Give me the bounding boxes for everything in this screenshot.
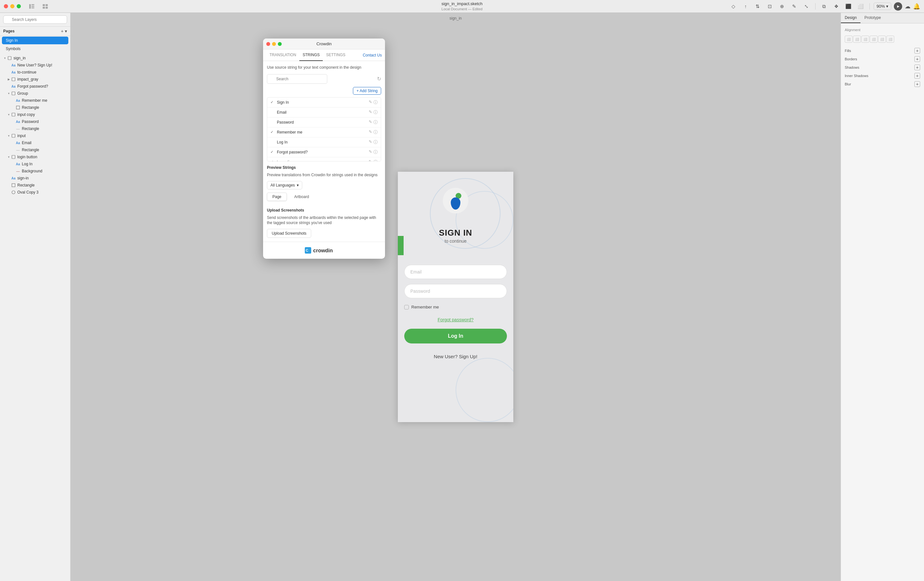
add-fill-button[interactable]: + [914, 48, 920, 54]
layer-sign-in-text[interactable]: Aa sign-in [0, 175, 70, 182]
cloud-icon[interactable]: ☁ [905, 3, 911, 10]
crowdin-refresh-button[interactable]: ↻ [377, 76, 381, 82]
grid-view-button[interactable] [41, 2, 50, 11]
layer-email[interactable]: Aa Email [0, 139, 70, 146]
align-center-h-button[interactable]: ⬜ [853, 36, 861, 43]
crowdin-close-button[interactable] [266, 42, 270, 46]
layer-impact-gray[interactable]: ▶ impact_gray [0, 76, 70, 83]
crowdin-search-input[interactable] [267, 74, 327, 84]
add-shadow-button[interactable]: + [914, 65, 920, 70]
tab-translation[interactable]: TRANSLATION [266, 50, 299, 61]
contact-us-link[interactable]: Contact Us [363, 53, 382, 58]
email-input[interactable]: Email [404, 265, 507, 279]
string-item-sign-in[interactable]: ✓ Sign In ✎ ⓘ [267, 98, 381, 108]
layer-oval-copy-3[interactable]: Oval Copy 3 [0, 189, 70, 196]
page-item-sign-in[interactable]: Sign In [2, 36, 68, 44]
expand-icon[interactable]: ▾ [7, 113, 11, 117]
all-languages-select[interactable]: All Languages ▾ [267, 181, 302, 189]
diamond-icon[interactable]: ◇ [729, 2, 738, 11]
page-item-symbols[interactable]: Symbols [2, 45, 68, 53]
layer-to-continue[interactable]: Aa to-continue [0, 69, 70, 76]
align-bottom-button[interactable]: ⬜ [886, 36, 894, 43]
expand-icon[interactable]: ▶ [7, 77, 11, 81]
tab-strings[interactable]: STRINGS [299, 50, 323, 61]
import-icon[interactable]: ⬜ [856, 2, 866, 11]
edit-icon[interactable]: ✎ [369, 109, 372, 115]
info-icon[interactable]: ⓘ [373, 139, 378, 145]
info-icon[interactable]: ⓘ [373, 109, 378, 115]
tab-settings[interactable]: SETTINGS [323, 50, 348, 61]
layer-remember-me[interactable]: Aa Remember me [0, 97, 70, 104]
tab-design[interactable]: Design [841, 13, 860, 23]
string-item-remember-me[interactable]: ✓ Remember me ✎ ⓘ [267, 127, 381, 137]
upload-icon[interactable]: ↑ [741, 2, 751, 11]
edit-icon[interactable]: ✎ [369, 119, 372, 125]
info-icon[interactable]: ⓘ [373, 149, 378, 155]
add-string-button[interactable]: + Add String [353, 87, 381, 95]
upload-screenshots-button[interactable]: Upload Screenshots [267, 229, 311, 238]
alignment-header[interactable]: Alignment [843, 26, 921, 34]
minimize-button[interactable] [10, 4, 15, 8]
frame-icon[interactable]: ⊡ [765, 2, 775, 11]
string-item-forgot-password[interactable]: ✓ Forgot password? ✎ ⓘ [267, 147, 381, 157]
forgot-password-link[interactable]: Forgot password? [404, 317, 507, 322]
align-right-button[interactable]: ⬜ [861, 36, 869, 43]
login-button[interactable]: Log In [404, 329, 507, 343]
play-button[interactable] [894, 2, 902, 11]
notification-icon[interactable]: 🔔 [913, 3, 920, 10]
add-page-button[interactable]: + [61, 28, 64, 34]
info-icon[interactable]: ⓘ [373, 99, 378, 105]
layer-log-in[interactable]: Aa Log In [0, 161, 70, 167]
expand-icon[interactable]: ▾ [3, 56, 7, 60]
layer-rectangle-main[interactable]: Rectangle [0, 182, 70, 189]
page-button[interactable]: Page [267, 193, 287, 201]
layer-password[interactable]: Aa Password [0, 118, 70, 125]
edit-icon[interactable]: ✎ [369, 129, 372, 135]
string-item-to-continue[interactable]: ✓ to continue ✎ ⓘ [267, 157, 381, 161]
edit-icon[interactable]: ✎ [369, 149, 372, 155]
password-input[interactable]: Password [404, 284, 507, 298]
string-item-password[interactable]: Password ✎ ⓘ [267, 118, 381, 127]
align-top-button[interactable]: ⬜ [870, 36, 878, 43]
export-icon[interactable]: ⬛ [844, 2, 853, 11]
layer-background[interactable]: — Background [0, 167, 70, 175]
add-border-button[interactable]: + [914, 56, 920, 62]
layer-group[interactable]: ▾ Group [0, 90, 70, 97]
layer-rectangle-input-copy[interactable]: — Rectangle [0, 125, 70, 132]
string-item-log-in[interactable]: Log In ✎ ⓘ [267, 137, 381, 147]
add-blur-button[interactable]: + [914, 81, 920, 87]
edit-icon[interactable]: ✎ [369, 99, 372, 105]
expand-icon[interactable]: ▾ [7, 91, 11, 96]
align-center-v-button[interactable]: ⬜ [878, 36, 886, 43]
pen-icon[interactable]: ✎ [790, 2, 799, 11]
expand-icon[interactable]: ▾ [7, 134, 11, 138]
info-icon[interactable]: ⓘ [373, 129, 378, 135]
expand-icon[interactable]: ▾ [7, 155, 11, 159]
tab-prototype[interactable]: Prototype [860, 13, 884, 23]
edit-icon[interactable]: ✎ [369, 159, 372, 161]
artboard-button[interactable]: Artboard [289, 193, 314, 201]
info-icon[interactable]: ⓘ [373, 119, 378, 125]
zoom-control[interactable]: 90% ▾ [874, 3, 891, 10]
layer-input-copy[interactable]: ▾ input copy [0, 111, 70, 118]
search-layers-input[interactable] [3, 15, 67, 24]
pages-dropdown-button[interactable]: ▾ [65, 28, 67, 34]
align-left-button[interactable]: ⬜ [845, 36, 853, 43]
info-icon[interactable]: ⓘ [373, 159, 378, 161]
string-item-email[interactable]: Email ✎ ⓘ [267, 108, 381, 118]
sidebar-toggle-button[interactable] [27, 2, 36, 11]
add-inner-shadow-button[interactable]: + [914, 73, 920, 79]
crowdin-maximize-button[interactable] [278, 42, 282, 46]
layer-rectangle-input[interactable]: — Rectangle [0, 146, 70, 154]
layer-new-user[interactable]: Aa New User? Sign Up! [0, 61, 70, 69]
component-icon[interactable]: ❖ [832, 2, 841, 11]
layer-sign-in-group[interactable]: ▾ sign_in [0, 55, 70, 61]
layer-login-button[interactable]: ▾ login button [0, 154, 70, 161]
distribute-icon[interactable]: ⇅ [753, 2, 762, 11]
maximize-button[interactable] [16, 4, 21, 8]
remember-checkbox[interactable] [404, 305, 409, 310]
crowdin-minimize-button[interactable] [272, 42, 276, 46]
layer-forgot-password[interactable]: Aa Forgot password? [0, 83, 70, 90]
layer-rectangle-checkbox[interactable]: Rectangle [0, 104, 70, 111]
edit-icon[interactable]: ✎ [369, 139, 372, 145]
